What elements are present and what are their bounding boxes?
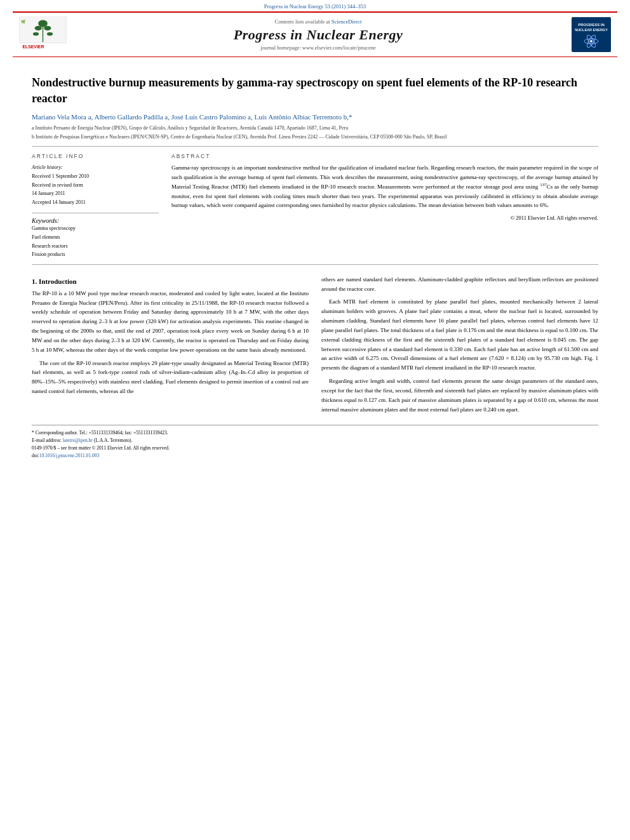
svg-point-4 [35,26,42,30]
content-area: Nondestructive burnup measurements by ga… [0,57,630,466]
keyword-2: Fuel elements [32,233,159,242]
footnote-email: E-mail address: laterre@ipen.br (L.A.A. … [32,437,598,444]
accepted-date: Accepted 14 January 2011 [32,198,159,207]
keyword-1: Gamma spectroscopy [32,224,159,233]
article-history: Article history: Received 1 September 20… [32,163,159,206]
footnote-doi: doi:10.1016/j.pnucene.2011.01.003 [32,452,598,460]
body-divider [32,264,598,265]
section1-right-para1: others are named standard fuel elements.… [321,275,598,294]
keywords-label: Keywords: [32,217,59,224]
abstract-text: Gamma-ray spectroscopy is an important n… [171,163,598,210]
history-label: Article history: [32,164,63,170]
article-title: Nondestructive burnup measurements by ga… [32,75,598,107]
journal-logo-right: PROGRESS IN NUCLEAR ENERGY [566,17,611,52]
article-info-label: ARTICLE INFO [32,153,159,159]
journal-ref-top: Progress in Nuclear Energy 53 (2011) 344… [0,0,630,11]
section1-right-para2: Each MTR fuel element is constituted by … [321,297,598,373]
svg-text:PROGRESS IN: PROGRESS IN [578,23,605,27]
svg-point-5 [44,26,51,30]
affiliation-2: b Instituto de Pesquisas Energéticas e N… [32,133,598,141]
info-abstract-section: ARTICLE INFO Article history: Received 1… [32,153,598,258]
section1-title: 1. Introduction [32,277,309,285]
keyword-4: Fission products [32,250,159,259]
section1-body: The RP-10 is a 10 MW pool type nuclear r… [32,289,309,396]
footnote-corresponding: * Corresponding author. Tel.: +551133133… [32,429,598,437]
right-col: others are named standard fuel elements.… [321,275,598,418]
footnote-area: * Corresponding author. Tel.: +551133133… [32,425,598,460]
section1-title-text: Introduction [39,277,77,285]
affiliation-1: a Instituto Peruano de Energía Nuclear (… [32,124,598,132]
sciencedirect-line: Contents lists available at ScienceDirec… [70,18,566,25]
section1-right-body: others are named standard fuel elements.… [321,275,598,415]
keywords-section: Keywords: Gamma spectroscopy Fuel elemen… [32,217,159,258]
svg-text:🌿: 🌿 [21,19,25,24]
abstract-label: ABSTRACT [171,153,598,159]
svg-point-17 [590,40,593,43]
received-date: Received 1 September 2010 [32,172,159,181]
svg-point-3 [38,20,48,27]
left-col: 1. Introduction The RP-10 is a 10 MW poo… [32,275,309,418]
journal-ref-text: Progress in Nuclear Energy 53 (2011) 344… [264,3,366,10]
received-revised-label: Received in revised form [32,181,159,190]
info-divider [32,213,159,213]
main-body: 1. Introduction The RP-10 is a 10 MW poo… [32,275,598,418]
section1-para2: The core of the RP-10 research reactor e… [32,359,309,396]
keyword-3: Research reactors [32,242,159,251]
section1-para1: The RP-10 is a 10 MW pool type nuclear r… [32,289,309,355]
authors: Mariano Vela Mora a, Alberto Gallardo Pa… [32,113,598,121]
svg-text:NUCLEAR ENERGY: NUCLEAR ENERGY [575,28,608,32]
abstract-col: ABSTRACT Gamma-ray spectroscopy is an im… [171,153,598,258]
section1-number: 1. [32,277,37,285]
header-divider [32,146,598,147]
affiliations: a Instituto Peruano de Energía Nuclear (… [32,124,598,141]
copyright-text: © 2011 Elsevier Ltd. All rights reserved… [171,215,598,221]
svg-text:ELSEVIER: ELSEVIER [22,44,44,49]
svg-point-6 [33,32,39,36]
footnote-email-link[interactable]: laterre@ipen.br [63,437,93,443]
journal-homepage: journal homepage: www.elsevier.com/locat… [70,44,566,51]
journal-title-section: Contents lists available at ScienceDirec… [70,18,566,51]
journal-header-bar: 🌿 ELSEVIER Contents lists available at S… [13,11,617,57]
elsevier-logo: 🌿 ELSEVIER [19,17,70,53]
revised-date: 14 January 2011 [32,189,159,198]
authors-text: Mariano Vela Mora a, Alberto Gallardo Pa… [32,113,352,121]
article-info-col: ARTICLE INFO Article history: Received 1… [32,153,159,258]
footnote-issn: 0149-1970/$ – see front matter © 2011 El… [32,444,598,452]
sciencedirect-link[interactable]: ScienceDirect [332,18,362,25]
journal-title-main: Progress in Nuclear Energy [70,27,566,43]
svg-point-7 [47,32,53,36]
section1-right-para3: Regarding active length and width, contr… [321,377,598,414]
doi-link[interactable]: 10.1016/j.pnucene.2011.01.003 [39,453,100,458]
